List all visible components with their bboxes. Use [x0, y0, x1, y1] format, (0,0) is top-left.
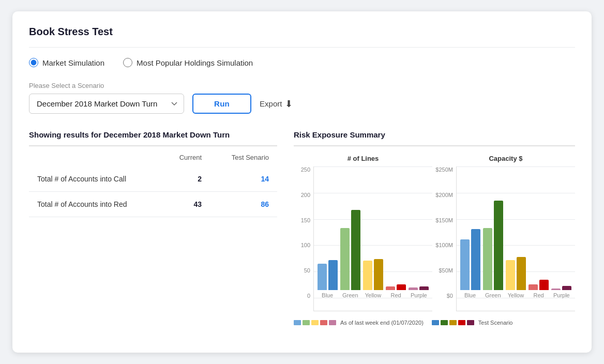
bar-test — [539, 280, 549, 290]
row-test: 14 — [210, 166, 277, 192]
legend-test: Test Scenario — [432, 320, 513, 326]
y-axis-label: 200 — [301, 192, 310, 198]
col-header-current: Current — [161, 146, 210, 166]
legend-swatch-yellow-test — [449, 320, 457, 325]
x-axis-label: Purple — [411, 292, 427, 298]
lines-bars-group: BlueGreenYellowRedPurple — [314, 166, 432, 298]
y-axis-label: 0 — [307, 293, 310, 299]
row-label: Total # of Accounts into Call — [29, 166, 161, 192]
bar-current — [483, 228, 492, 290]
scenario-label: Please Select a Scenario — [29, 82, 575, 89]
lines-chart-area: BlueGreenYellowRedPurple — [313, 166, 432, 311]
bar-category: Blue — [460, 229, 480, 298]
row-current: 43 — [161, 192, 210, 217]
bar-category: Red — [528, 280, 549, 298]
col-header-test: Test Senario — [210, 146, 277, 166]
charts-container: # of Lines 050100150200250 BlueGreenYell… — [294, 155, 575, 311]
risk-summary-title: Risk Exposure Summary — [294, 130, 575, 146]
bar-test — [351, 210, 360, 290]
scenario-controls: December 2018 Market Down Turn 2008 Fina… — [29, 94, 575, 114]
right-panel: Risk Exposure Summary # of Lines 0501001… — [294, 130, 575, 326]
capacity-chart-title: Capacity $ — [436, 155, 575, 162]
legend-swatch-yellow-current — [311, 320, 319, 325]
market-simulation-radio[interactable]: Market Simulation — [29, 58, 104, 67]
y-axis-label: $50M — [439, 267, 453, 274]
scenario-select[interactable]: December 2018 Market Down Turn 2008 Fina… — [29, 94, 184, 114]
bar-test — [562, 286, 571, 290]
export-label: Export — [260, 99, 282, 108]
bar-test — [517, 257, 526, 290]
legend-swatch-red-test — [458, 320, 465, 325]
bar-category: Green — [340, 210, 360, 298]
capacity-y-axis: $0$50M$100M$150M$200M$250M — [436, 166, 456, 311]
y-axis-label: $200M — [435, 192, 453, 198]
legend-swatch-purple-current — [329, 320, 336, 325]
bar-pair — [363, 259, 383, 290]
bar-test — [494, 201, 503, 290]
bar-category: Red — [386, 284, 406, 298]
run-button[interactable]: Run — [192, 94, 251, 114]
col-header-label — [29, 146, 161, 166]
bar-current — [528, 284, 538, 290]
bar-test — [328, 260, 338, 290]
bar-current — [551, 289, 561, 290]
x-axis-label: Purple — [553, 292, 570, 298]
legend-swatch-red-current — [320, 320, 327, 325]
x-axis-label: Yellow — [508, 292, 524, 298]
lines-chart-wrapper: 050100150200250 BlueGreenYellowRedPurple — [294, 166, 432, 311]
y-axis-label: 100 — [301, 242, 310, 248]
bar-pair — [386, 284, 406, 290]
bar-current — [506, 260, 515, 290]
scenario-section: Please Select a Scenario December 2018 M… — [29, 82, 575, 114]
bar-pair — [528, 280, 549, 290]
results-title: Showing results for December 2018 Market… — [29, 130, 277, 146]
y-axis-label: 150 — [301, 217, 310, 223]
lines-chart-section: # of Lines 050100150200250 BlueGreenYell… — [294, 155, 432, 311]
simulation-type-group: Market Simulation Most Popular Holdings … — [29, 58, 575, 67]
legend-as-of-label: As of last week end (01/07/2020) — [340, 320, 424, 326]
bar-pair — [506, 257, 526, 290]
export-button[interactable]: Export ⬇ — [260, 98, 293, 110]
bar-current — [318, 264, 327, 290]
y-axis-label: $0 — [447, 293, 453, 299]
y-axis-label: $100M — [435, 242, 453, 248]
y-axis-label: 250 — [301, 166, 310, 173]
legend-test-swatches — [432, 320, 474, 325]
row-test: 86 — [210, 192, 277, 217]
x-axis-label: Green — [485, 292, 501, 298]
export-icon: ⬇ — [285, 98, 293, 110]
row-current: 2 — [161, 166, 210, 192]
bar-pair — [551, 286, 571, 290]
content-area: Showing results for December 2018 Market… — [29, 130, 575, 326]
bar-test — [397, 284, 406, 290]
bar-test — [419, 286, 429, 290]
bar-pair — [409, 286, 429, 290]
capacity-chart-wrapper: $0$50M$100M$150M$200M$250M BlueGreenYell… — [436, 166, 575, 311]
bar-category: Purple — [409, 286, 429, 298]
y-axis-label: $150M — [435, 217, 453, 223]
x-axis-label: Red — [534, 292, 544, 298]
capacity-chart-area: BlueGreenYellowRedPurple — [456, 166, 575, 311]
legend-test-label: Test Scenario — [478, 320, 513, 326]
bar-current — [340, 228, 350, 290]
bar-pair — [318, 260, 338, 290]
bar-test — [471, 229, 480, 290]
legend-as-of: As of last week end (01/07/2020) — [294, 320, 424, 326]
x-axis-label: Blue — [464, 292, 476, 298]
row-label: Total # of Accounts into Red — [29, 192, 161, 217]
page-title: Book Stress Test — [29, 26, 575, 48]
legend-swatch-green-test — [441, 320, 448, 325]
legend-swatch-green-current — [303, 320, 310, 325]
table-row: Total # of Accounts into Call 2 14 — [29, 166, 277, 192]
legend-swatch-blue-current — [294, 320, 301, 325]
y-axis-label: $250M — [435, 166, 453, 173]
x-axis-label: Yellow — [365, 292, 381, 298]
bar-current — [386, 286, 395, 290]
x-axis-label: Green — [342, 292, 358, 298]
bar-current — [409, 287, 418, 290]
most-popular-holdings-radio[interactable]: Most Popular Holdings Simulation — [123, 58, 253, 67]
bar-pair — [340, 210, 360, 290]
y-axis-label: 50 — [304, 267, 310, 274]
legend-as-of-swatches — [294, 320, 336, 325]
bar-current — [460, 239, 470, 290]
